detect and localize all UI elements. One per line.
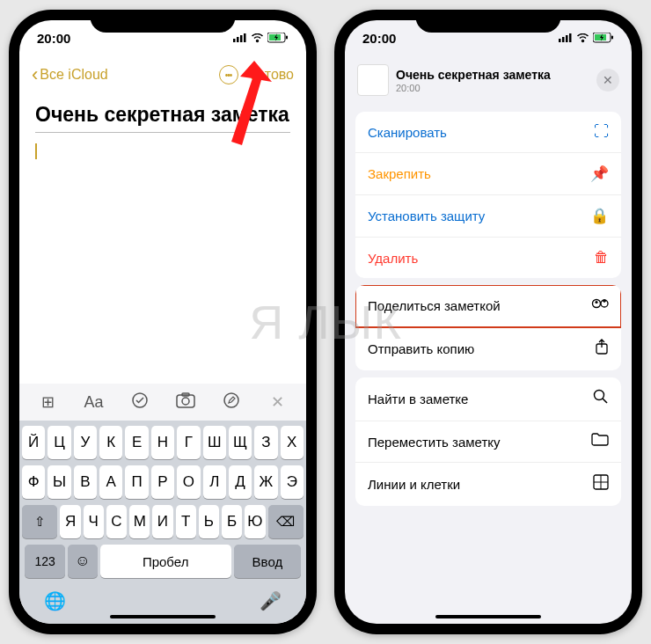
emoji-key[interactable]: ☺: [68, 545, 97, 578]
key-Ч[interactable]: Ч: [84, 505, 104, 538]
pencil-icon[interactable]: [215, 392, 248, 413]
key-Е[interactable]: Е: [125, 426, 148, 459]
status-time: 20:00: [37, 31, 70, 46]
enter-key[interactable]: Ввод: [234, 545, 301, 578]
status-icons: [233, 33, 289, 43]
scan-action[interactable]: Сканировать ⛶: [355, 112, 621, 153]
svg-rect-3: [244, 33, 246, 42]
svg-rect-16: [569, 33, 572, 42]
share-icon: [595, 339, 609, 359]
key-О[interactable]: О: [177, 465, 200, 499]
key-М[interactable]: М: [129, 505, 150, 538]
ellipsis-icon: •••: [225, 70, 232, 80]
lock-label: Установить защиту: [368, 209, 485, 223]
space-key[interactable]: Пробел: [100, 545, 231, 578]
key-С[interactable]: С: [106, 505, 127, 538]
signal-icon: [559, 33, 573, 42]
key-Н[interactable]: Н: [151, 426, 174, 459]
pin-action[interactable]: Закрепить 📌: [355, 153, 621, 195]
close-keyboard-icon[interactable]: ✕: [261, 392, 295, 412]
phone-right: 20:00 Очень секретная заметка 20:00 ✕ Ск…: [334, 10, 642, 634]
folder-icon: [591, 433, 609, 450]
status-icons: [559, 33, 614, 43]
table-icon[interactable]: ⊞: [31, 392, 64, 412]
key-Л[interactable]: Л: [203, 465, 226, 499]
action-group-2: Поделиться заметкой Отправить копию: [355, 285, 621, 370]
lines-grid-action[interactable]: Линии и клетки: [355, 463, 621, 506]
key-В[interactable]: В: [74, 465, 97, 499]
key-Й[interactable]: Й: [22, 426, 45, 459]
key-З[interactable]: З: [254, 426, 277, 459]
more-button[interactable]: •••: [219, 65, 238, 84]
key-К[interactable]: К: [99, 426, 122, 459]
mic-icon[interactable]: 🎤: [260, 590, 282, 611]
svg-line-27: [603, 399, 607, 403]
text-cursor: [35, 143, 37, 159]
key-Э[interactable]: Э: [281, 465, 304, 499]
screen: 20:00 Очень секретная заметка 20:00 ✕ Ск…: [345, 20, 632, 624]
delete-key[interactable]: ⌫: [268, 505, 304, 538]
home-indicator[interactable]: [435, 615, 541, 618]
trash-icon: 🗑: [594, 249, 609, 267]
key-Щ[interactable]: Щ: [229, 426, 252, 459]
close-button[interactable]: ✕: [596, 69, 619, 91]
checklist-icon[interactable]: [123, 392, 157, 413]
key-Ы[interactable]: Ы: [48, 465, 70, 499]
action-group-1: Сканировать ⛶ Закрепить 📌 Установить защ…: [355, 112, 621, 278]
svg-rect-6: [286, 36, 288, 40]
key-Ж[interactable]: Ж: [254, 465, 277, 499]
globe-icon[interactable]: 🌐: [44, 590, 66, 611]
share-note-action[interactable]: Поделиться заметкой: [355, 285, 621, 327]
sheet-title: Очень секретная заметка: [396, 68, 589, 82]
delete-action[interactable]: Удалить 🗑: [355, 238, 621, 278]
svg-rect-15: [566, 35, 568, 42]
key-Ш[interactable]: Ш: [203, 426, 226, 459]
notch: [91, 10, 236, 33]
key-Т[interactable]: Т: [176, 505, 196, 538]
signal-icon: [233, 33, 247, 42]
key-Ь[interactable]: Ь: [199, 505, 219, 538]
format-button[interactable]: Aa: [77, 393, 110, 412]
home-indicator[interactable]: [110, 615, 216, 618]
key-Я[interactable]: Я: [60, 505, 80, 538]
key-И[interactable]: И: [152, 505, 172, 538]
key-Р[interactable]: Р: [151, 465, 174, 499]
key-Г[interactable]: Г: [177, 426, 200, 459]
lines-label: Линии и клетки: [368, 477, 460, 492]
key-У[interactable]: У: [74, 426, 97, 459]
keyboard: ⊞ Aa ✕ ЙЦУКЕНГШЩЗХ ФЫВАПРОЛДЖЭ ⇧ ЯЧСМИ: [19, 384, 306, 624]
svg-rect-2: [240, 35, 243, 42]
key-Д[interactable]: Д: [229, 465, 252, 499]
note-thumbnail: [357, 64, 389, 96]
key-Х[interactable]: Х: [281, 426, 304, 459]
shift-key[interactable]: ⇧: [22, 505, 57, 538]
lock-action[interactable]: Установить защиту 🔒: [355, 195, 621, 238]
camera-icon[interactable]: [169, 392, 202, 413]
key-Ф[interactable]: Ф: [22, 465, 45, 499]
key-П[interactable]: П: [125, 465, 148, 499]
sheet-header: Очень секретная заметка 20:00 ✕: [345, 55, 632, 105]
send-copy-action[interactable]: Отправить копию: [355, 327, 621, 370]
done-button[interactable]: Готово: [251, 67, 294, 83]
key-А[interactable]: А: [99, 465, 122, 499]
svg-point-10: [182, 398, 189, 405]
note-editor[interactable]: Очень секретная заметка: [19, 94, 306, 172]
key-Ю[interactable]: Ю: [245, 505, 265, 538]
battery-icon: [267, 33, 289, 43]
back-button[interactable]: ‹ Все iCloud: [32, 63, 108, 86]
lock-icon: 🔒: [590, 207, 609, 225]
key-Ц[interactable]: Ц: [48, 426, 70, 459]
nav-bar: ‹ Все iCloud ••• Готово: [19, 55, 306, 94]
pin-icon: 📌: [590, 165, 609, 183]
find-action[interactable]: Найти в заметке: [355, 377, 621, 421]
grid-icon: [593, 474, 609, 494]
key-Б[interactable]: Б: [222, 505, 242, 538]
wifi-icon: [576, 33, 589, 43]
back-label: Все iCloud: [40, 67, 107, 83]
screen: 20:00 ‹ Все iCloud ••• Готово Очень секр…: [19, 20, 306, 624]
move-action[interactable]: Переместить заметку: [355, 421, 621, 463]
numeric-key[interactable]: 123: [25, 545, 65, 578]
keyboard-keys: ЙЦУКЕНГШЩЗХ ФЫВАПРОЛДЖЭ ⇧ ЯЧСМИТЬБЮ ⌫ 12…: [19, 421, 306, 585]
notch: [416, 10, 561, 33]
share-note-label: Поделиться заметкой: [368, 298, 501, 313]
